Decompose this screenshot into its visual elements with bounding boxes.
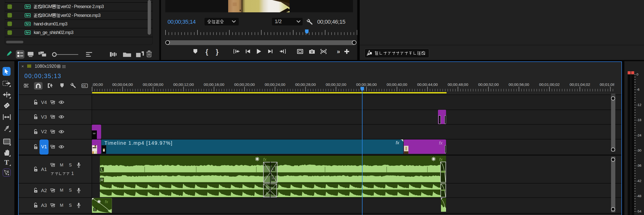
svg-text:T: T <box>4 158 9 166</box>
svg-text:CC: CC <box>82 84 86 87</box>
